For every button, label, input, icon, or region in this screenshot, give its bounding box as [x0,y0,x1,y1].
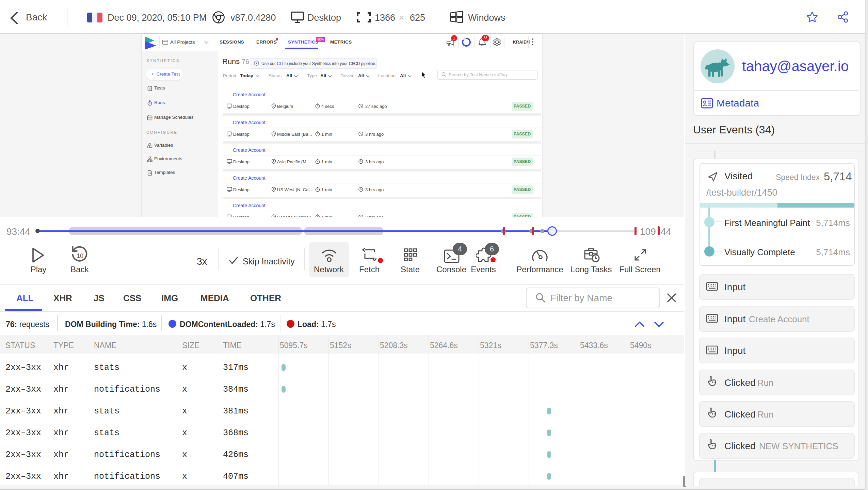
svg-text:10: 10 [77,252,83,259]
